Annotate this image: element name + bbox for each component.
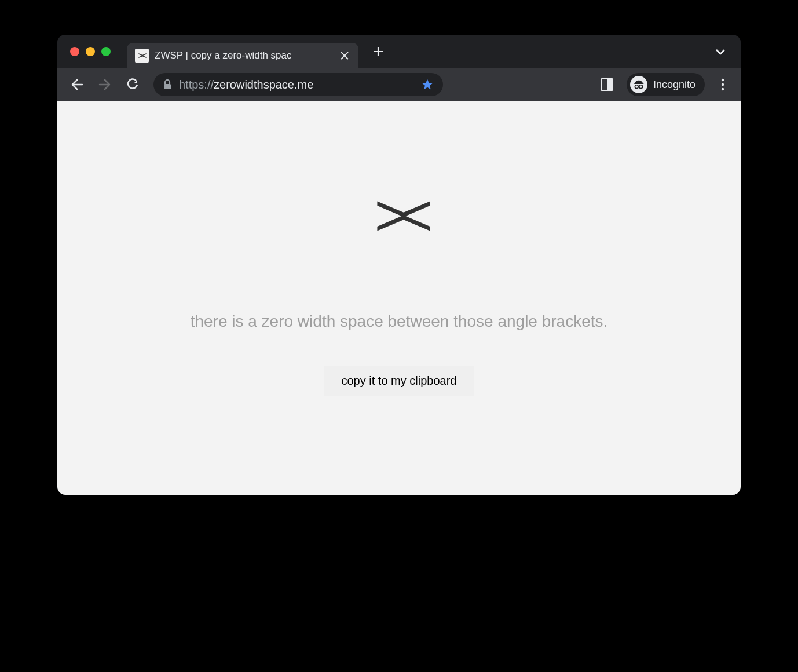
browser-menu-button[interactable]	[713, 78, 733, 91]
url-text: https://zerowidthspace.me	[179, 78, 414, 92]
arrow-left-icon	[71, 78, 83, 91]
svg-rect-0	[164, 84, 171, 89]
forward-button[interactable]	[93, 73, 116, 96]
copy-button[interactable]: copy it to my clipboard	[324, 366, 475, 396]
window-controls	[70, 47, 111, 56]
tab-favicon: ><	[135, 49, 149, 63]
new-tab-button[interactable]	[369, 42, 387, 61]
page-content: >​< there is a zero width space between …	[57, 101, 741, 495]
incognito-indicator[interactable]: Incognito	[627, 73, 705, 96]
svg-point-1	[635, 85, 638, 89]
reload-icon	[126, 78, 139, 91]
window-close-button[interactable]	[70, 47, 79, 56]
url-protocol: https://	[179, 78, 214, 91]
arrow-right-icon	[98, 78, 111, 91]
svg-point-3	[722, 79, 724, 81]
panel-icon	[601, 78, 613, 91]
browser-tab[interactable]: >< ZWSP | copy a zero-width spac	[127, 43, 358, 68]
reload-button[interactable]	[121, 73, 144, 96]
incognito-icon	[630, 76, 647, 93]
star-icon	[421, 78, 434, 91]
tab-search-button[interactable]	[715, 48, 731, 55]
url-domain: zerowidthspace.me	[214, 78, 313, 91]
svg-point-2	[639, 85, 643, 89]
browser-window: >< ZWSP | copy a zero-width spac	[57, 35, 741, 495]
svg-point-5	[722, 88, 724, 90]
svg-point-4	[722, 83, 724, 86]
extensions-button[interactable]	[595, 73, 618, 96]
lock-icon	[163, 79, 172, 90]
tab-close-button[interactable]	[339, 50, 350, 61]
chevron-down-icon	[715, 48, 726, 55]
back-button[interactable]	[65, 73, 89, 96]
plus-icon	[373, 46, 383, 57]
bookmark-button[interactable]	[421, 78, 434, 91]
window-maximize-button[interactable]	[101, 47, 111, 56]
close-icon	[341, 52, 349, 60]
browser-toolbar: https://zerowidthspace.me Incognito	[57, 68, 741, 101]
page-description: there is a zero width space between thos…	[191, 312, 608, 331]
toolbar-right: Incognito	[595, 73, 733, 96]
window-minimize-button[interactable]	[86, 47, 95, 56]
zwsp-demonstration[interactable]: >​<	[375, 182, 424, 249]
tab-bar: >< ZWSP | copy a zero-width spac	[57, 35, 741, 68]
address-bar[interactable]: https://zerowidthspace.me	[153, 73, 443, 96]
kebab-icon	[721, 78, 724, 91]
incognito-label: Incognito	[653, 79, 695, 91]
tab-title: ZWSP | copy a zero-width spac	[155, 50, 333, 61]
